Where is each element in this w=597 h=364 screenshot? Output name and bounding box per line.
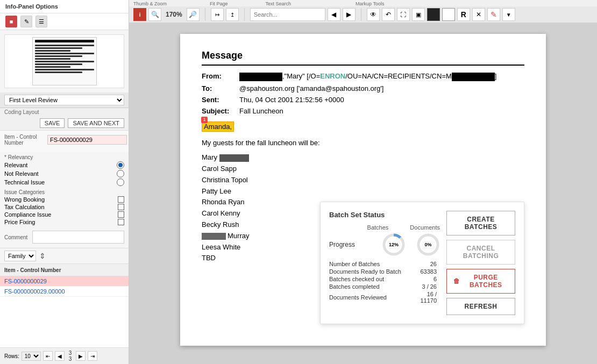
item-control-table: FS-0000000029 FS-0000000029.00000 [0,276,129,347]
last-page-btn[interactable]: ⇥ [88,351,97,361]
toolbar-controls: i 🔍 170% 🔎 ↦ ↥ ◀ ▶ 👁 ↶ ⛶ ▣ [129,6,597,23]
x-markup-btn[interactable]: ✕ [472,8,485,21]
technical-issue-label: Technical Issue [4,179,117,185]
relevant-row: Relevant [4,161,124,169]
family-row: Family ⇕ [0,248,129,263]
purge-batches-btn[interactable]: 🗑 PURGE BATCHES [446,269,515,294]
relevant-radio[interactable] [117,161,124,169]
delete-markup-btn[interactable]: ▣ [412,8,425,21]
comment-input[interactable] [32,231,124,244]
technical-issue-radio[interactable] [117,179,124,186]
not-relevant-label: Not Relevant [4,170,117,177]
table-row[interactable]: FS-0000000029 [0,276,129,287]
list-icon-btn[interactable]: ☰ [35,16,47,27]
text-search-label: Text Search [239,1,302,6]
pencil-btn[interactable]: ✎ [487,8,500,21]
relevancy-options: * Relevancy Relevant Not Relevant Techni… [4,154,124,187]
save-row: SAVE SAVE AND NEXT [0,116,129,131]
search-next-btn[interactable]: ▶ [343,8,356,21]
compliance-issue-checkbox[interactable] [118,211,124,218]
body-paragraph: My guests for the fall luncheon will be: [202,138,524,149]
prev-page-btn[interactable]: ◀ [55,351,65,361]
first-page-btn[interactable]: ⇤ [43,351,53,361]
stat-val-1: 26 [410,261,437,267]
toolbar: Thumb & Zoom Fit Page Text Search Markup… [129,0,597,23]
doc-icon-btn[interactable]: ■ [5,16,17,27]
expand-view-btn[interactable]: ⛶ [397,8,410,21]
create-batches-btn[interactable]: CREATE BATCHES [446,211,515,235]
thumbnail-image [32,37,97,85]
thumb-line-3 [35,47,82,49]
batches-col-header: Batches [367,224,389,231]
from-value: ,"Mary" [/O=ENRON/OU=NA/CN=RECIPIENTS/CN… [239,72,496,81]
stat-docs-ready: Documents Ready to Batch 63383 [329,268,440,275]
save-next-button[interactable]: SAVE AND NEXT [68,118,124,128]
progress-circles: 12% 0% [382,233,440,256]
stat-label-5: Documents Reviewed [329,294,410,301]
document-title: Message [202,50,524,66]
not-relevant-radio[interactable] [117,170,124,177]
from-redacted-2 [452,73,495,81]
batch-actions-section: CREATE BATCHES CANCEL BATCHING 🗑 PURGE B… [446,211,515,315]
rows-select[interactable]: 10 [22,352,41,361]
wrong-booking-label: Wrong Booking [4,196,118,203]
zoom-in-btn[interactable]: 🔎 [187,8,200,21]
dropdown-arrow-btn[interactable]: ▼ [502,8,515,21]
price-fixing-checkbox[interactable] [118,219,124,225]
tax-calculation-row: Tax Calculation [4,204,124,210]
stat-val-4: 3 / 26 [410,283,437,290]
fit-width-btn[interactable]: ↥ [226,8,239,21]
subject-value: Fall Luncheon [239,107,283,115]
divider-1 [205,8,205,21]
stat-batches-completed: Batches completed 3 / 26 [329,283,440,290]
cursor-btn[interactable]: ↶ [382,8,395,21]
coding-layout-label: Coding Layout [0,108,129,116]
subject-label: Subject: [202,107,239,115]
search-prev-btn[interactable]: ◀ [328,8,340,21]
batch-status-title: Batch Set Status [329,211,440,219]
thumb-line-11 [35,69,94,70]
zoom-level-display: 170% [164,11,184,18]
info-panel-icons-row: ■ ✎ ☰ [0,13,129,30]
family-dropdown[interactable]: Family [4,251,36,261]
eye-btn[interactable]: 👁 [367,8,380,21]
tax-calculation-checkbox[interactable] [118,204,124,210]
relevancy-asterisk-label: * Relevancy [4,154,124,160]
zoom-out-btn[interactable]: 🔍 [148,8,161,21]
item-control-input[interactable] [47,135,127,145]
tax-calculation-label: Tax Calculation [4,204,118,210]
color-white-btn[interactable] [442,8,455,21]
r-markup-btn[interactable]: R [457,8,470,21]
fit-page-label: Fit Page [177,1,239,6]
cancel-batching-btn[interactable]: CANCEL BATCHING [446,240,515,265]
text-search-input[interactable] [250,8,325,21]
item-control-label: Item - Control Number [4,134,47,146]
color-black-btn[interactable] [427,8,440,21]
guest-carol-sapp: Carol Sapp [202,163,524,175]
thumbnail-area [4,34,124,88]
save-button[interactable]: SAVE [40,118,65,128]
wrong-booking-checkbox[interactable] [118,196,124,203]
comment-section: Comment [0,229,129,246]
batches-percent: 12% [389,242,399,247]
info-btn[interactable]: i [133,8,146,21]
progress-label: Progress [329,241,382,248]
thumb-line-9 [35,63,82,65]
progress-row: Progress 12% [329,233,440,256]
review-level-dropdown[interactable]: First Level Review [4,95,124,105]
batch-status-overlay: Batch Set Status Batches Documents Progr… [320,202,524,324]
refresh-btn[interactable]: REFRESH [446,298,515,315]
thumb-line-5 [35,53,94,54]
next-page-btn[interactable]: ▶ [76,351,86,361]
table-row[interactable]: FS-0000000029.00000 [0,287,129,297]
left-panel: Info-Panel Options ■ ✎ ☰ [0,0,129,364]
documents-col-header: Documents [410,224,440,231]
expand-button[interactable]: ⇕ [39,252,46,260]
batch-col-headers: Batches Documents [329,224,440,231]
fit-page-btn[interactable]: ↦ [211,8,224,21]
markup-tools-label: Markup Tools [302,1,395,6]
stat-number-batches: Number of Batches 26 [329,261,440,267]
relevant-label: Relevant [4,162,117,168]
edit-icon-btn[interactable]: ✎ [20,16,32,27]
thumb-line-6 [35,55,82,57]
